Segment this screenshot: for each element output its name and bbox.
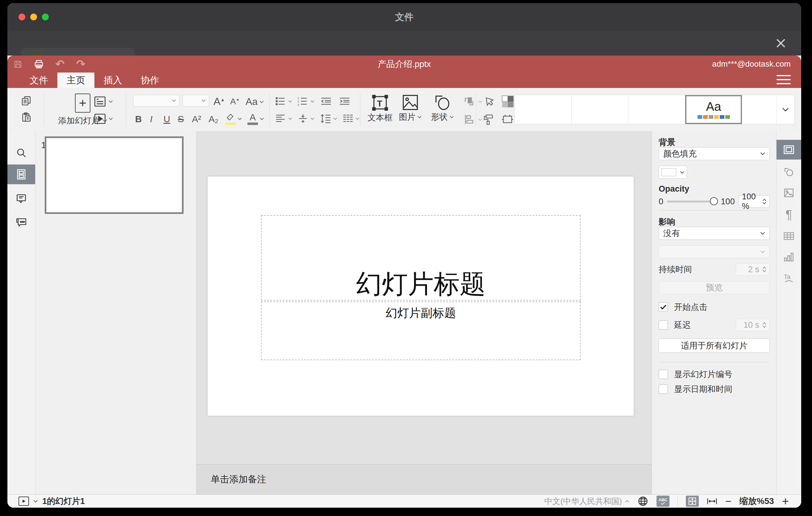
menu-icon[interactable] bbox=[777, 75, 791, 84]
close-icon[interactable] bbox=[773, 35, 789, 51]
textart-settings-icon[interactable]: Ta bbox=[777, 268, 801, 288]
macos-titlebar: 文件 bbox=[7, 3, 801, 31]
line-spacing-button[interactable] bbox=[320, 113, 337, 124]
opacity-slider[interactable] bbox=[667, 201, 717, 202]
textbox-label: 文本框 bbox=[368, 113, 393, 122]
tab-insert[interactable]: 插入 bbox=[94, 73, 132, 88]
superscript-button[interactable]: A² bbox=[192, 114, 201, 124]
show-date-checkbox[interactable] bbox=[659, 384, 668, 394]
theme-thumbnail[interactable] bbox=[629, 95, 685, 124]
delay-spinner: 10 s bbox=[736, 319, 770, 331]
start-click-label: 开始点击 bbox=[674, 302, 707, 313]
change-case-label: Aa bbox=[245, 96, 258, 107]
background-heading: 背景 bbox=[659, 137, 770, 148]
arrange-shape-button[interactable] bbox=[463, 95, 482, 108]
search-icon[interactable] bbox=[7, 143, 35, 163]
effect-value: 没有 bbox=[663, 228, 680, 239]
opacity-spinner[interactable]: 100 % bbox=[738, 195, 770, 208]
highlight-color-button[interactable] bbox=[225, 113, 242, 125]
numbering-button[interactable]: 123 bbox=[297, 96, 314, 107]
font-name-combo[interactable] bbox=[133, 95, 179, 107]
shape-button[interactable]: 形状 bbox=[427, 93, 458, 122]
decrease-indent-icon[interactable] bbox=[320, 96, 332, 107]
vertical-align-button[interactable] bbox=[297, 113, 314, 124]
tab-file[interactable]: 文件 bbox=[20, 73, 57, 88]
fit-width-icon[interactable] bbox=[707, 497, 717, 505]
show-slide-number-label: 显示幻灯片编号 bbox=[674, 369, 732, 380]
slide-settings-icon[interactable] bbox=[777, 140, 801, 160]
tab-collaboration[interactable]: 协作 bbox=[132, 73, 169, 88]
add-slide-icon[interactable] bbox=[75, 93, 90, 113]
textbox-button[interactable]: T 文本框 bbox=[365, 93, 395, 123]
table-settings-icon[interactable] bbox=[777, 226, 801, 246]
toolbar: 添加幻灯片 A▲ A▼ bbox=[7, 88, 801, 131]
delay-checkbox[interactable] bbox=[659, 320, 668, 329]
italic-button[interactable]: I bbox=[150, 114, 152, 124]
zoom-out-button[interactable]: − bbox=[725, 495, 731, 507]
theme-gallery-expand-icon[interactable] bbox=[777, 95, 794, 124]
slides-panel-icon[interactable] bbox=[7, 165, 35, 184]
copy-style-icon[interactable] bbox=[483, 114, 494, 125]
start-slideshow-status-icon[interactable] bbox=[19, 496, 29, 506]
shape-label: 形状 bbox=[431, 111, 448, 122]
comments-icon[interactable] bbox=[7, 189, 35, 208]
strikethrough-button[interactable]: S bbox=[178, 114, 184, 124]
chat-icon[interactable] bbox=[7, 212, 35, 232]
apply-to-all-button[interactable]: 适用于所有幻灯片 bbox=[659, 339, 770, 353]
select-tool-icon[interactable] bbox=[483, 96, 495, 107]
paragraph-settings-icon[interactable]: ¶ bbox=[777, 205, 801, 224]
app-strip bbox=[7, 31, 801, 56]
effect-select[interactable]: 没有 bbox=[659, 227, 770, 240]
font-size-combo[interactable] bbox=[183, 95, 209, 107]
subtitle-placeholder[interactable]: 幻灯片副标题 bbox=[261, 302, 581, 360]
svg-text:3: 3 bbox=[297, 103, 299, 107]
title-placeholder[interactable]: 幻灯片标题 bbox=[261, 215, 581, 300]
start-slideshow-button[interactable] bbox=[94, 113, 113, 124]
language-selector[interactable]: 中文(中华人民共和国) bbox=[545, 496, 629, 507]
editing-canvas[interactable]: 幻灯片标题 幻灯片副标题 单击添加备注 bbox=[197, 131, 651, 494]
show-slide-number-checkbox[interactable] bbox=[659, 370, 668, 379]
align-shape-button[interactable] bbox=[463, 114, 482, 125]
start-click-checkbox[interactable] bbox=[659, 303, 668, 312]
theme-thumbnail[interactable] bbox=[742, 95, 777, 124]
increase-indent-icon[interactable] bbox=[339, 96, 350, 107]
duration-spinner: 2 s bbox=[736, 263, 770, 276]
notes-placeholder: 单击添加备注 bbox=[211, 473, 266, 486]
globe-icon[interactable] bbox=[637, 496, 648, 507]
app-window: 文件 ↶ ↷ 产品介绍.pptx adm***@dootask bbox=[7, 3, 801, 508]
chart-settings-icon[interactable] bbox=[777, 247, 801, 267]
opacity-slider-thumb[interactable] bbox=[710, 197, 718, 205]
copy-icon[interactable] bbox=[21, 95, 31, 106]
spellcheck-icon[interactable]: ABC bbox=[657, 496, 669, 507]
fill-type-select[interactable]: 颜色填充 bbox=[659, 147, 770, 160]
shape-settings-icon[interactable] bbox=[777, 162, 801, 182]
fill-type-value: 颜色填充 bbox=[663, 148, 697, 159]
slide-title-text: 幻灯片标题 bbox=[356, 270, 486, 298]
bullets-button[interactable] bbox=[275, 96, 292, 107]
theme-thumbnail-selected[interactable]: Aa bbox=[685, 95, 742, 124]
theme-thumbnail[interactable] bbox=[572, 95, 629, 124]
increase-font-icon[interactable]: A▲ bbox=[213, 95, 225, 107]
opacity-value: 100 % bbox=[742, 192, 759, 211]
bold-button[interactable]: B bbox=[135, 114, 142, 124]
decrease-font-icon[interactable]: A▼ bbox=[230, 96, 240, 107]
font-color-button[interactable]: A bbox=[248, 113, 264, 125]
columns-button[interactable] bbox=[343, 113, 359, 124]
fit-slide-icon[interactable] bbox=[686, 496, 699, 507]
tab-home[interactable]: 主页 bbox=[57, 73, 94, 88]
image-button[interactable]: 图片 bbox=[395, 93, 426, 122]
paste-icon[interactable] bbox=[21, 112, 31, 122]
underline-button[interactable]: U bbox=[164, 114, 170, 124]
slide-thumbnail[interactable] bbox=[45, 136, 183, 214]
zoom-level-label: 缩放%53 bbox=[740, 495, 774, 507]
align-text-button[interactable] bbox=[275, 113, 292, 124]
fill-color-picker[interactable] bbox=[659, 166, 687, 179]
theme-thumbnail[interactable] bbox=[515, 95, 572, 124]
slide-layout-button[interactable] bbox=[94, 96, 113, 107]
slide-canvas[interactable]: 幻灯片标题 幻灯片副标题 bbox=[208, 176, 634, 416]
notes-area[interactable]: 单击添加备注 bbox=[197, 464, 651, 494]
image-settings-icon[interactable] bbox=[777, 183, 801, 203]
change-case-button[interactable]: Aa bbox=[245, 96, 264, 107]
zoom-in-button[interactable]: + bbox=[782, 495, 789, 508]
subscript-button[interactable]: A₂ bbox=[208, 114, 219, 124]
